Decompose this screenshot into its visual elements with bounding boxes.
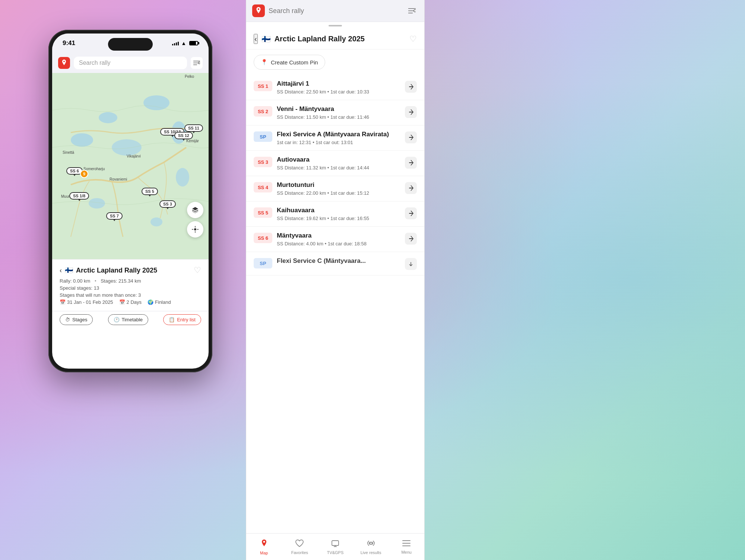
filter-button-right[interactable] [406, 4, 418, 17]
stage-details-3: SS Distance: 11.32 km • 1st car due: 14:… [277, 165, 405, 171]
place-label-sinetta: Sinettä [63, 150, 74, 155]
stage-info-3: Autiovaara SS Distance: 11.32 km • 1st c… [277, 156, 405, 171]
svg-point-13 [150, 217, 162, 226]
svg-rect-30 [409, 238, 413, 239]
back-arrow-left[interactable]: ‹ [60, 267, 62, 274]
timetable-label: Timetable [122, 317, 143, 322]
stage-item-sp-c[interactable]: SP Flexi Service C (Mäntyvaara... [246, 252, 424, 276]
stage-nav-icon-6[interactable] [405, 233, 417, 245]
rally-info-panel: ‹ 🇫🇮 Arctic Lapland Rally 2025 ♡ Rally: … [52, 259, 209, 311]
app-logo-right [252, 4, 265, 17]
nav-live-label: Live results [361, 550, 381, 555]
stage-item-ss5[interactable]: SS 5 Kaihuavaara SS Distance: 19.62 km •… [246, 201, 424, 227]
stage-item-sp[interactable]: SP Flexi Service A (Mäntyvaara Ravirata)… [246, 125, 424, 151]
favorite-btn-right[interactable]: ♡ [409, 34, 417, 44]
rally-header-left: ‹ 🇫🇮 Arctic Lapland Rally 2025 ♡ [60, 265, 201, 275]
place-label-vikajarvi: Vikajärvi [127, 154, 141, 158]
sp-nav-icon-a[interactable] [405, 131, 417, 143]
svg-point-6 [143, 95, 169, 110]
nav-live[interactable]: Live results [353, 534, 389, 560]
flag-left: 🇫🇮 [65, 266, 73, 274]
nav-map[interactable]: Map [246, 534, 282, 560]
stage-info-5: Kaihuavaara SS Distance: 19.62 km • 1st … [277, 207, 405, 221]
live-nav-icon [367, 539, 375, 550]
nav-tvgps[interactable]: TV&GPS [317, 534, 353, 560]
place-label-kemijar: Kemijär [186, 139, 199, 143]
entry-icon: 📋 [169, 317, 175, 322]
tvgps-nav-icon [331, 539, 340, 550]
sp-badge-a: SP [254, 131, 272, 142]
sp-name-c: Flexi Service C (Mäntyvaara... [277, 257, 405, 265]
stage-nav-icon-2[interactable] [405, 106, 417, 118]
favorites-nav-icon [295, 539, 304, 550]
sp-name-a: Flexi Service A (Mäntyvaara Ravirata) [277, 131, 405, 138]
svg-rect-25 [409, 112, 413, 112]
search-input-right[interactable] [269, 7, 402, 15]
signal-icon [172, 41, 179, 45]
tab-stages[interactable]: ⏱ Stages [60, 314, 93, 325]
rally-title-row: ‹ 🇫🇮 Arctic Lapland Rally 2025 [254, 34, 365, 44]
back-arrow-right[interactable]: ‹ [254, 34, 258, 44]
stage-nav-icon-3[interactable] [405, 157, 417, 169]
map-marker-ss7[interactable]: SS 7 [106, 212, 123, 220]
stage-item-ss3[interactable]: SS 3 Autiovaara SS Distance: 11.32 km • … [246, 151, 424, 176]
stage-details-4: SS Distance: 22.00 km • 1st car due: 15:… [277, 190, 405, 196]
map-marker-ss12[interactable]: SS 12 [174, 132, 193, 139]
svg-rect-28 [409, 188, 413, 188]
rally-more-info: 📅 31 Jan - 01 Feb 2025 📅 2 Days 🌍 Finlan… [60, 299, 201, 305]
ss-badge-5: SS 5 [254, 207, 272, 218]
sp-details-a: 1st car in: 12:31 • 1st car out: 13:01 [277, 140, 405, 145]
search-input-left[interactable]: Search rally [74, 57, 187, 69]
svg-point-7 [99, 112, 117, 123]
rally-special-stages: Special stages: 13 [60, 285, 201, 291]
stage-nav-icon-5[interactable] [405, 207, 417, 219]
phone-right: ‹ 🇫🇮 Arctic Lapland Rally 2025 ♡ 📍 Creat… [246, 0, 425, 560]
rally-stats: Rally: 0.00 km • Stages: 215.34 km [60, 278, 201, 284]
stage-info-4: Murtotunturi SS Distance: 22.00 km • 1st… [277, 181, 405, 196]
map-marker-ss18[interactable]: SS 1/8 [69, 192, 89, 200]
map-marker-ss11[interactable]: SS 11 [184, 124, 203, 132]
wifi-icon: ▲ [181, 40, 186, 46]
map-marker-ss5[interactable]: SS 5 [142, 188, 158, 195]
stage-name-5: Kaihuavaara [277, 207, 405, 214]
filter-button-left[interactable] [191, 57, 203, 69]
svg-point-4 [199, 62, 200, 64]
bottom-nav-right: Map Favorites TV&GPS [246, 533, 424, 560]
nav-menu-label: Menu [401, 550, 412, 554]
app-logo-left [58, 57, 70, 69]
stage-nav-icon-4[interactable] [405, 182, 417, 194]
location-button[interactable] [187, 221, 203, 238]
layers-button[interactable] [187, 202, 203, 218]
map-area[interactable]: Pelko Sinettä Vikajärvi Someroharju Rova… [52, 73, 209, 259]
stage-item-ss6[interactable]: SS 6 Mäntyvaara SS Distance: 4.00 km • 1… [246, 227, 424, 252]
menu-nav-icon [402, 540, 411, 549]
stage-name-4: Murtotunturi [277, 181, 405, 189]
svg-point-12 [89, 198, 105, 209]
stage-item-ss2[interactable]: SS 2 Venni - Mäntyvaara SS Distance: 11.… [246, 100, 424, 125]
stage-details-1: SS Distance: 22.50 km • 1st car due: 10:… [277, 89, 405, 95]
svg-point-0 [63, 61, 65, 62]
cluster-marker[interactable]: 9 [80, 170, 88, 178]
custom-pin-button[interactable]: 📍 Create Custom Pin [254, 55, 325, 70]
search-bar-left: Search rally [52, 53, 209, 73]
rally-title-right: Arctic Lapland Rally 2025 [275, 35, 365, 43]
sp-nav-icon-c[interactable] [405, 258, 417, 270]
stage-details-5: SS Distance: 19.62 km • 1st car due: 16:… [277, 216, 405, 221]
stage-nav-icon-1[interactable] [405, 81, 417, 93]
svg-point-31 [263, 541, 265, 542]
stage-item-ss1[interactable]: SS 1 Aittajärvi 1 SS Distance: 22.50 km … [246, 75, 424, 100]
rally-country: 🌍 Finland [148, 299, 171, 305]
sp-info-a: Flexi Service A (Mäntyvaara Ravirata) 1s… [277, 131, 405, 145]
drag-handle [329, 25, 342, 26]
tab-entry-list[interactable]: 📋 Entry list [163, 314, 201, 325]
tab-timetable[interactable]: 🕐 Timetable [108, 314, 149, 325]
search-bar-right [246, 0, 424, 22]
svg-rect-32 [332, 541, 339, 545]
nav-favorites[interactable]: Favorites [282, 534, 318, 560]
favorite-btn-left[interactable]: ♡ [194, 265, 201, 275]
map-marker-ss3[interactable]: SS 3 [159, 200, 176, 208]
nav-menu[interactable]: Menu [389, 534, 424, 560]
svg-point-9 [71, 133, 93, 147]
flag-right: 🇫🇮 [261, 35, 271, 44]
stage-item-ss4[interactable]: SS 4 Murtotunturi SS Distance: 22.00 km … [246, 176, 424, 201]
